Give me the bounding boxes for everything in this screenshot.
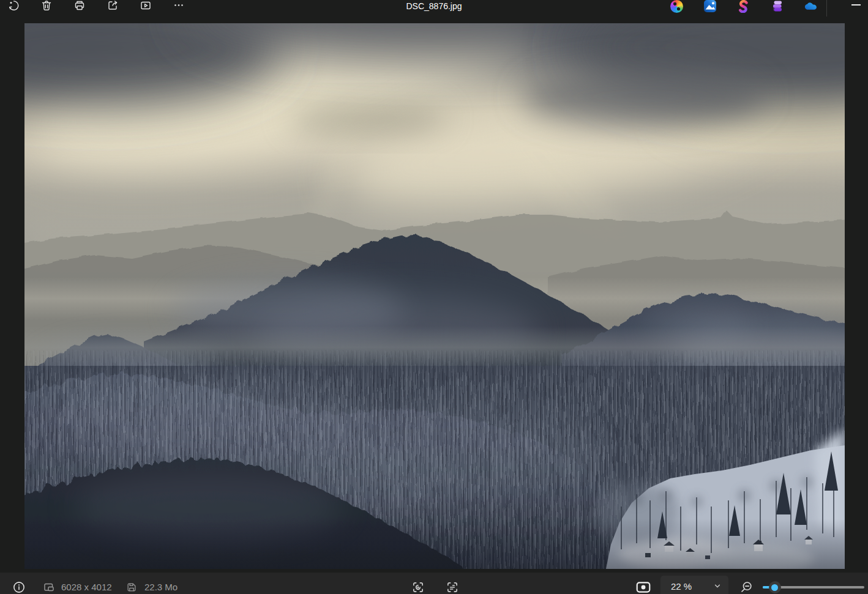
zoom-slider-thumb-dot — [771, 584, 778, 591]
clipchamp-icon — [771, 0, 784, 13]
zoom-level-value: 22 % — [671, 581, 692, 592]
photo-dsc-8876 — [24, 23, 845, 569]
zoom-out-button[interactable] — [739, 580, 754, 594]
clipchamp-button[interactable] — [771, 0, 784, 13]
fit-to-window-icon — [635, 580, 651, 594]
status-bar: 6028 x 4012 22.3 Mo 22 % — [0, 573, 868, 594]
designer-icon — [737, 0, 750, 13]
file-size: 22.3 Mo — [144, 581, 178, 593]
photos-app-icon — [703, 0, 717, 13]
copilot-button[interactable] — [670, 0, 683, 13]
app-shortcuts — [670, 0, 818, 13]
image-size-icon — [43, 581, 55, 593]
image-dimensions: 6028 x 4012 — [61, 581, 112, 593]
save-icon — [126, 582, 137, 593]
zoom-level-select[interactable]: 22 % — [660, 576, 728, 594]
zoom-slider-thumb[interactable] — [769, 581, 781, 593]
titlebar: DSC_8876.jpg — [0, 0, 868, 20]
photos-app-button[interactable] — [703, 0, 717, 13]
minimize-icon — [851, 4, 861, 6]
designer-button[interactable] — [737, 0, 750, 13]
onedrive-button[interactable] — [804, 0, 818, 13]
titlebar-divider — [826, 0, 827, 17]
image-viewer[interactable] — [0, 0, 868, 594]
onedrive-icon — [804, 1, 818, 11]
chevron-down-icon — [714, 582, 721, 590]
text-actions-icon — [446, 581, 459, 594]
zoom-out-icon — [739, 581, 753, 594]
visual-search-button[interactable] — [411, 580, 425, 594]
file-info-button[interactable] — [12, 580, 26, 594]
text-actions-button[interactable] — [445, 580, 460, 594]
visual-search-icon — [411, 581, 425, 594]
minimize-button[interactable] — [850, 1, 861, 9]
info-icon — [12, 581, 26, 594]
fit-to-window-button[interactable] — [635, 579, 651, 594]
copilot-icon — [670, 0, 683, 13]
